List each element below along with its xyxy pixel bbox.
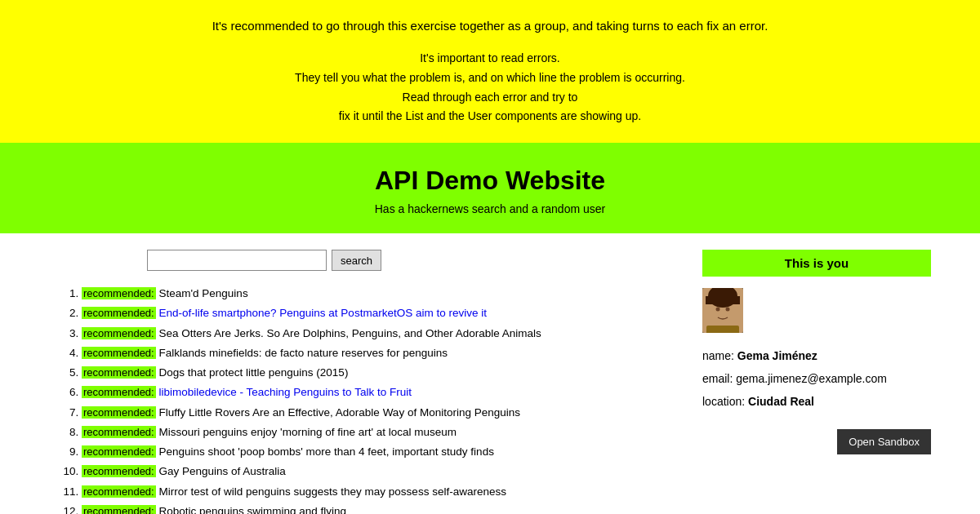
search-input[interactable] xyxy=(147,250,327,271)
news-text: Robotic penguins swimming and flying xyxy=(158,505,346,514)
email-value: gema.jimenez@example.com xyxy=(736,372,887,385)
news-text: Mirror test of wild penguins suggests th… xyxy=(158,485,506,498)
list-item: recommended: Gay Penguins of Australia xyxy=(82,463,670,480)
name-value: Gema Jiménez xyxy=(737,349,817,362)
news-text: Falklands minefields: de facto nature re… xyxy=(158,347,447,359)
recommended-badge: recommended: xyxy=(82,327,156,339)
main-content: search recommended: Steam'd Penguinsreco… xyxy=(0,233,980,514)
recommended-badge: recommended: xyxy=(82,347,156,359)
news-link[interactable]: libimobiledevice - Teaching Penguins to … xyxy=(158,386,411,398)
news-text: Penguins shoot 'poop bombs' more than 4 … xyxy=(158,445,493,458)
email-label: email: xyxy=(702,372,733,385)
avatar xyxy=(702,288,743,333)
recommended-badge: recommended: xyxy=(82,465,156,477)
news-text: Missouri penguins enjoy 'morning of fine… xyxy=(158,426,457,438)
user-section-title: This is you xyxy=(702,250,931,277)
list-item: recommended: Dogs that protect little pe… xyxy=(82,365,670,381)
news-text: Fluffy Little Rovers Are an Effective, A… xyxy=(158,406,519,419)
news-text: Sea Otters Are Jerks. So Are Dolphins, P… xyxy=(158,327,541,339)
list-item: recommended: Sea Otters Are Jerks. So Ar… xyxy=(82,326,670,342)
page-subtitle: Has a hackernews search and a random use… xyxy=(16,202,964,215)
banner-block2-line2: They tell you what the problem is, and o… xyxy=(65,69,915,88)
recommended-badge: recommended: xyxy=(82,445,156,458)
banner-block2: It's important to read errors. They tell… xyxy=(65,49,915,126)
news-link[interactable]: End-of-life smartphone? Penguins at Post… xyxy=(158,307,486,319)
recommended-badge: recommended: xyxy=(82,386,156,398)
search-area: search xyxy=(49,250,670,271)
news-text: Dogs that protect little penguins (2015) xyxy=(158,366,348,379)
list-item: recommended: Missouri penguins enjoy 'mo… xyxy=(82,424,670,441)
recommended-badge: recommended: xyxy=(82,366,156,379)
svg-point-3 xyxy=(716,308,720,312)
right-panel: This is you name: G xyxy=(702,250,931,514)
page-title: API Demo Website xyxy=(16,166,964,196)
open-sandbox-button[interactable]: Open Sandbox xyxy=(837,429,931,454)
news-text: Steam'd Penguins xyxy=(158,287,247,299)
svg-rect-2 xyxy=(706,296,740,304)
list-item: recommended: Falklands minefields: de fa… xyxy=(82,345,670,361)
banner-block2-line3: Read through each error and try to xyxy=(65,88,915,108)
news-list: recommended: Steam'd Penguinsrecommended… xyxy=(49,286,670,514)
recommended-badge: recommended: xyxy=(82,307,156,319)
list-item: recommended: Mirror test of wild penguin… xyxy=(82,484,670,500)
news-text: Gay Penguins of Australia xyxy=(158,465,285,477)
yellow-banner: It's recommended to go through this exer… xyxy=(0,0,980,143)
list-item: recommended: libimobiledevice - Teaching… xyxy=(82,384,670,401)
list-item: recommended: Robotic penguins swimming a… xyxy=(82,503,670,514)
user-email-row: email: gema.jimenez@example.com xyxy=(702,367,931,390)
location-value: Ciudad Real xyxy=(748,395,814,408)
recommended-badge: recommended: xyxy=(82,287,156,299)
name-label: name: xyxy=(702,349,734,362)
banner-block2-line1: It's important to read errors. xyxy=(65,49,915,69)
search-button[interactable]: search xyxy=(332,250,381,271)
recommended-badge: recommended: xyxy=(82,505,156,514)
svg-rect-6 xyxy=(706,326,739,333)
recommended-badge: recommended: xyxy=(82,426,156,438)
user-name-row: name: Gema Jiménez xyxy=(702,344,931,367)
recommended-badge: recommended: xyxy=(82,485,156,498)
list-item: recommended: Fluffy Little Rovers Are an… xyxy=(82,405,670,421)
green-header: API Demo Website Has a hackernews search… xyxy=(0,143,980,233)
left-panel: search recommended: Steam'd Penguinsreco… xyxy=(49,250,670,514)
user-location-row: location: Ciudad Real xyxy=(702,390,931,413)
location-label: location: xyxy=(702,395,745,408)
svg-point-4 xyxy=(726,308,730,312)
list-item: recommended: Steam'd Penguins xyxy=(82,286,670,302)
recommended-badge: recommended: xyxy=(82,406,156,419)
banner-block2-line4: fix it until the List and the User compo… xyxy=(65,107,915,126)
banner-line1: It's recommended to go through this exer… xyxy=(65,16,915,36)
list-item: recommended: Penguins shoot 'poop bombs'… xyxy=(82,444,670,460)
list-item: recommended: End-of-life smartphone? Pen… xyxy=(82,305,670,321)
user-info: name: Gema Jiménez email: gema.jimenez@e… xyxy=(702,344,931,413)
